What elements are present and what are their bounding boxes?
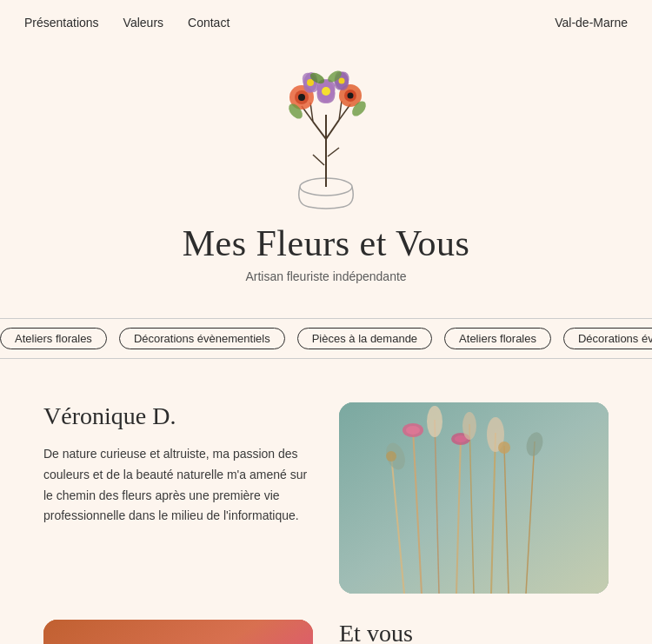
logo-container xyxy=(265,54,387,210)
fresh-flowers-svg xyxy=(43,620,313,644)
main-nav: Présentations Valeurs Contact Val-de-Mar… xyxy=(0,0,652,45)
ticker-item: Décorations évènementiels xyxy=(563,328,652,349)
ticker-item: Ateliers florales xyxy=(0,328,107,349)
section-etvous: Et vous L'envie de transmettre ma passio… xyxy=(0,620,652,644)
ticker-band: Ateliers florales Décorations évènementi… xyxy=(0,318,652,359)
nav-presentations-link[interactable]: Présentations xyxy=(24,16,99,30)
ticker-track: Ateliers florales Décorations évènementi… xyxy=(0,328,652,349)
svg-point-26 xyxy=(339,77,345,83)
section1-body: De nature curieuse et altruiste, ma pass… xyxy=(43,444,313,527)
svg-rect-53 xyxy=(43,620,313,644)
nav-location: Val-de-Marne xyxy=(555,16,628,30)
section1-text: Véronique D. De nature curieuse et altru… xyxy=(43,402,313,527)
section1-heading: Véronique D. xyxy=(43,402,313,430)
svg-line-4 xyxy=(313,122,326,139)
svg-line-3 xyxy=(328,148,339,156)
svg-point-45 xyxy=(427,406,442,437)
dried-flowers-svg xyxy=(339,402,609,594)
svg-line-5 xyxy=(326,120,339,139)
hero-section: Mes Fleurs et Vous Artisan fleuriste ind… xyxy=(0,45,652,309)
svg-point-13 xyxy=(298,94,305,101)
nav-contact-link[interactable]: Contact xyxy=(188,16,230,30)
ticker-item: Pièces à la demande xyxy=(297,328,432,349)
section1-image xyxy=(339,402,609,594)
ticker-item: Décorations évènementiels xyxy=(119,328,285,349)
hero-subtitle: Artisan fleuriste indépendante xyxy=(245,269,406,283)
svg-point-42 xyxy=(406,426,420,435)
nav-valeurs-link[interactable]: Valeurs xyxy=(123,16,163,30)
svg-point-20 xyxy=(322,87,330,96)
logo-svg xyxy=(265,52,387,213)
svg-point-50 xyxy=(498,442,510,454)
svg-point-16 xyxy=(348,92,354,98)
svg-point-51 xyxy=(386,451,396,461)
section-veronique: Véronique D. De nature curieuse et altru… xyxy=(0,359,652,620)
nav-left: Présentations Valeurs Contact xyxy=(24,16,230,30)
svg-line-2 xyxy=(313,155,324,165)
svg-point-46 xyxy=(462,412,476,440)
ticker-item: Ateliers florales xyxy=(444,328,551,349)
section2-heading: Et vous xyxy=(339,620,609,644)
section2-image xyxy=(43,620,313,644)
hero-title: Mes Fleurs et Vous xyxy=(183,222,470,264)
section2-text: Et vous L'envie de transmettre ma passio… xyxy=(339,620,609,644)
